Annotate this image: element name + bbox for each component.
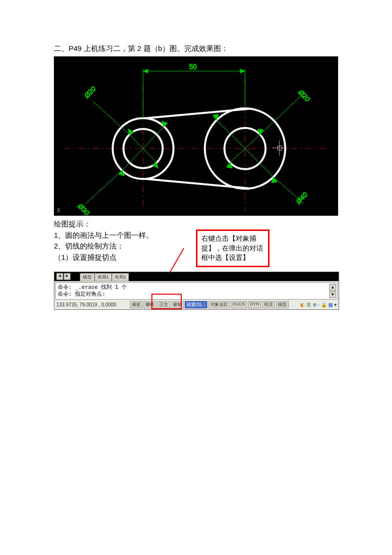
cad-drawing-viewport: 50 Ø20 Ø30 Ø20 bbox=[54, 56, 338, 216]
tab-layout1[interactable]: 布局1 bbox=[95, 273, 112, 281]
svg-marker-13 bbox=[240, 69, 245, 73]
cad-command-ui: ◄ ► 模型 布局1 布局2 命令: _.erase 找到 1 个 命令: 指定… bbox=[54, 272, 339, 310]
status-polar[interactable]: 极轴 bbox=[171, 301, 184, 308]
tray-toolbox-icon[interactable]: ▦ bbox=[328, 302, 333, 307]
dim-tr: Ø20 bbox=[296, 88, 312, 103]
status-dyn[interactable]: DYN bbox=[248, 301, 261, 308]
dim-br: Ø40 bbox=[294, 191, 309, 206]
page-title: 二、P49 上机练习二，第 2 题（b）图。完成效果图： bbox=[54, 44, 338, 53]
cmd-prompt-line: 命令: 指定对角点: bbox=[58, 291, 335, 298]
svg-line-8 bbox=[146, 179, 249, 188]
cad-cursor bbox=[272, 141, 287, 155]
callout-text: 右键点击【对象捕捉】，在弹出的对话框中选【设置】 bbox=[201, 234, 263, 261]
cad-tabs-bar: ◄ ► 模型 布局1 布局2 bbox=[54, 272, 339, 281]
tray-icons: ◐ 英 ⊕ · 🔒 ▦ ▾ bbox=[300, 302, 337, 308]
command-line-area[interactable]: 命令: _.erase 找到 1 个 命令: 指定对角点: ▲ ▼ bbox=[55, 282, 338, 300]
tab-arrow-right-icon[interactable]: ► bbox=[64, 273, 71, 280]
status-toggle-buttons: 捕捉 栅格 正交 极轴 设置(S)... 对象追踪 DUCS DYN 线宽 模型 bbox=[130, 301, 289, 308]
axis-label-x: X bbox=[57, 207, 60, 214]
status-ducs[interactable]: DUCS bbox=[231, 301, 247, 308]
status-snap[interactable]: 捕捉 bbox=[130, 301, 143, 308]
tab-layout2[interactable]: 布局2 bbox=[112, 273, 129, 281]
tray-globe-icon[interactable]: 英 bbox=[306, 302, 311, 308]
status-model[interactable]: 模型 bbox=[276, 301, 289, 308]
status-otrack[interactable]: 对象追踪 bbox=[208, 301, 230, 308]
tray-comm-icon[interactable]: ◐ bbox=[300, 302, 305, 307]
status-lwt[interactable]: 线宽 bbox=[262, 301, 275, 308]
svg-line-18 bbox=[86, 170, 122, 203]
svg-line-7 bbox=[146, 109, 249, 118]
status-ortho[interactable]: 正交 bbox=[157, 301, 170, 308]
callout-box: 右键点击【对象捕捉】，在弹出的对话框中选【设置】 bbox=[196, 229, 270, 267]
dim-bl: Ø30 bbox=[76, 202, 91, 216]
cmd-history-line: 命令: _.erase 找到 1 个 bbox=[58, 284, 335, 291]
status-grid[interactable]: 栅格 bbox=[144, 301, 156, 308]
scroll-up-icon[interactable]: ▲ bbox=[329, 284, 336, 291]
scroll-down-icon[interactable]: ▼ bbox=[329, 291, 336, 298]
coordinate-readout: 133.9735, 79.0019 , 0.0000 bbox=[55, 302, 130, 307]
tab-model[interactable]: 模型 bbox=[80, 273, 95, 281]
status-osnap[interactable]: 设置(S)... bbox=[185, 301, 207, 308]
tray-dropdown-icon[interactable]: ▾ bbox=[334, 302, 337, 307]
svg-marker-12 bbox=[143, 69, 148, 73]
status-bar: 133.9735, 79.0019 , 0.0000 捕捉 栅格 正交 极轴 设… bbox=[54, 301, 339, 309]
dim-tl: Ø20 bbox=[82, 85, 98, 100]
tray-separator: · bbox=[318, 302, 319, 307]
svg-line-14 bbox=[93, 101, 130, 135]
hints-heading: 绘图提示： bbox=[54, 219, 338, 230]
tab-arrow-left-icon[interactable]: ◄ bbox=[56, 273, 63, 280]
tray-lock-icon[interactable]: 🔒 bbox=[321, 302, 327, 307]
tray-satellite-icon[interactable]: ⊕ bbox=[313, 302, 317, 307]
dim-top: 50 bbox=[189, 63, 197, 71]
cad-drawing-svg: 50 Ø20 Ø30 Ø20 bbox=[54, 56, 338, 216]
